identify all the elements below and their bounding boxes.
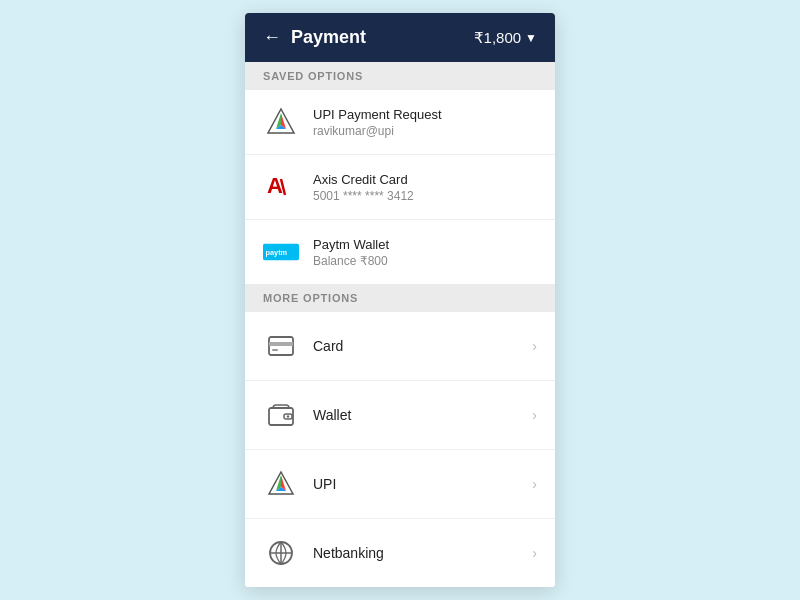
svg-rect-9 bbox=[269, 342, 293, 346]
svg-point-13 bbox=[287, 415, 289, 417]
card-icon bbox=[263, 328, 299, 364]
more-section-label: MORE OPTIONS bbox=[245, 284, 555, 312]
netbanking-icon bbox=[263, 535, 299, 571]
header-amount[interactable]: ₹1,800 ▼ bbox=[474, 29, 537, 47]
option-card[interactable]: Card › bbox=[245, 312, 555, 381]
saved-item-paytm[interactable]: paytm Paytm Wallet Balance ₹800 bbox=[245, 220, 555, 284]
axis-item-sub: 5001 **** **** 3412 bbox=[313, 189, 414, 203]
more-options-list: Card › Wallet › bbox=[245, 312, 555, 587]
netbanking-label: Netbanking bbox=[313, 545, 518, 561]
svg-text:A: A bbox=[267, 173, 283, 198]
paytm-item-sub: Balance ₹800 bbox=[313, 254, 389, 268]
svg-rect-10 bbox=[272, 349, 278, 351]
card-chevron-icon: › bbox=[532, 338, 537, 354]
axis-item-info: Axis Credit Card 5001 **** **** 3412 bbox=[313, 172, 414, 203]
saved-section-label: SAVED OPTIONS bbox=[245, 62, 555, 90]
header-title: Payment bbox=[291, 27, 366, 48]
phone-container: ← Payment ₹1,800 ▼ SAVED OPTIONS UPI Pay bbox=[245, 13, 555, 587]
card-label: Card bbox=[313, 338, 518, 354]
amount-chevron-icon: ▼ bbox=[525, 31, 537, 45]
upi-label: UPI bbox=[313, 476, 518, 492]
payment-header: ← Payment ₹1,800 ▼ bbox=[245, 13, 555, 62]
amount-value: ₹1,800 bbox=[474, 29, 522, 47]
wallet-icon bbox=[263, 397, 299, 433]
saved-item-upi[interactable]: UPI Payment Request ravikumar@upi bbox=[245, 90, 555, 155]
upi-chevron-icon: › bbox=[532, 476, 537, 492]
svg-rect-11 bbox=[269, 408, 293, 425]
netbanking-chevron-icon: › bbox=[532, 545, 537, 561]
upi-more-icon bbox=[263, 466, 299, 502]
upi-item-title: UPI Payment Request bbox=[313, 107, 442, 122]
wallet-chevron-icon: › bbox=[532, 407, 537, 423]
saved-options-list: UPI Payment Request ravikumar@upi A Axis… bbox=[245, 90, 555, 284]
paytm-item-title: Paytm Wallet bbox=[313, 237, 389, 252]
upi-saved-icon bbox=[263, 104, 299, 140]
paytm-saved-icon: paytm bbox=[263, 234, 299, 270]
upi-item-sub: ravikumar@upi bbox=[313, 124, 442, 138]
upi-item-info: UPI Payment Request ravikumar@upi bbox=[313, 107, 442, 138]
wallet-label: Wallet bbox=[313, 407, 518, 423]
back-button[interactable]: ← bbox=[263, 27, 281, 48]
option-netbanking[interactable]: Netbanking › bbox=[245, 519, 555, 587]
axis-item-title: Axis Credit Card bbox=[313, 172, 414, 187]
option-wallet[interactable]: Wallet › bbox=[245, 381, 555, 450]
paytm-item-info: Paytm Wallet Balance ₹800 bbox=[313, 237, 389, 268]
saved-item-axis[interactable]: A Axis Credit Card 5001 **** **** 3412 bbox=[245, 155, 555, 220]
axis-saved-icon: A bbox=[263, 169, 299, 205]
header-left: ← Payment bbox=[263, 27, 366, 48]
svg-text:paytm: paytm bbox=[265, 248, 287, 257]
option-upi[interactable]: UPI › bbox=[245, 450, 555, 519]
